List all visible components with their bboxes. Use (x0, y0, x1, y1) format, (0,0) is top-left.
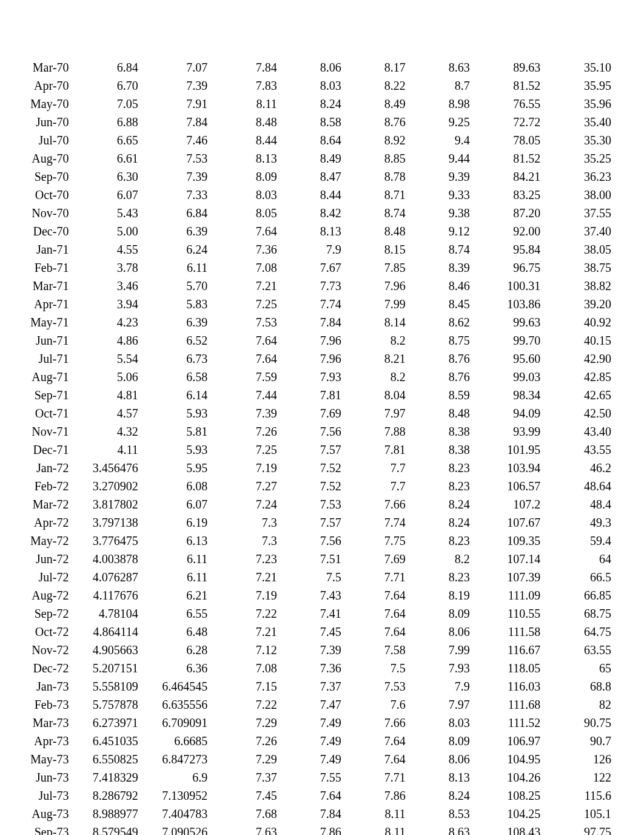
row-label: Oct-72 (13, 623, 71, 641)
cell-col5: 8.21 (344, 350, 408, 368)
table-row: Jan-735.5581096.4645457.157.377.537.9116… (13, 677, 614, 695)
cell-col5: 7.64 (344, 604, 408, 623)
row-label: May-73 (13, 750, 71, 768)
cell-col7: 87.20 (472, 204, 543, 222)
cell-col6: 8.98 (408, 95, 472, 113)
cell-col1: 8.988977 (71, 805, 140, 823)
table-row: Jul-706.657.468.448.648.929.478.0535.30 (13, 131, 614, 149)
cell-col5: 8.2 (344, 368, 408, 386)
table-row: Aug-738.9889777.4047837.687.848.118.5310… (13, 805, 614, 823)
cell-col8: 40.15 (543, 331, 614, 350)
cell-col4: 7.96 (280, 331, 344, 350)
table-row: Sep-724.781046.557.227.417.648.09110.556… (13, 604, 614, 623)
cell-col1: 8.579549 (71, 823, 140, 835)
cell-col7: 98.34 (472, 386, 543, 404)
cell-col2: 6.36 (141, 659, 210, 677)
row-label: Jul-73 (13, 786, 71, 805)
cell-col6: 8.75 (408, 331, 472, 350)
cell-col1: 6.70 (71, 76, 140, 95)
cell-col4: 7.49 (280, 732, 344, 750)
cell-col7: 104.95 (472, 750, 543, 768)
table-row: Dec-714.115.937.257.577.818.38101.9543.5… (13, 441, 614, 459)
cell-col4: 7.69 (280, 404, 344, 422)
cell-col4: 7.86 (280, 823, 344, 835)
cell-col7: 111.58 (472, 623, 543, 641)
cell-col6: 8.24 (408, 495, 472, 513)
cell-col2: 5.93 (141, 404, 210, 422)
cell-col3: 7.21 (210, 277, 279, 295)
cell-col1: 4.905663 (71, 641, 140, 659)
cell-col4: 7.84 (280, 805, 344, 823)
row-label: Dec-70 (13, 222, 71, 240)
cell-col7: 81.52 (472, 76, 543, 95)
row-label: Jun-72 (13, 550, 71, 568)
document-page: Mar-706.847.077.848.068.178.6389.6335.10… (0, 0, 644, 835)
cell-col5: 8.71 (344, 186, 408, 204)
cell-col3: 7.64 (210, 350, 279, 368)
cell-col2: 7.39 (141, 76, 210, 95)
cell-col7: 111.68 (472, 695, 543, 714)
cell-col1: 3.78 (71, 259, 140, 277)
cell-col7: 101.95 (472, 441, 543, 459)
row-label: Apr-71 (13, 295, 71, 313)
cell-col1: 3.270902 (71, 477, 140, 495)
cell-col1: 4.076287 (71, 568, 140, 586)
cell-col3: 7.64 (210, 222, 279, 240)
cell-col8: 42.50 (543, 404, 614, 422)
cell-col3: 7.23 (210, 550, 279, 568)
cell-col7: 107.2 (472, 495, 543, 513)
cell-col5: 8.78 (344, 167, 408, 186)
row-label: Feb-71 (13, 259, 71, 277)
cell-col3: 7.27 (210, 477, 279, 495)
table-row: Nov-724.9056636.287.127.397.587.99116.67… (13, 641, 614, 659)
cell-col7: 84.21 (472, 167, 543, 186)
cell-col6: 7.93 (408, 659, 472, 677)
cell-col4: 7.67 (280, 259, 344, 277)
table-row: Dec-725.2071516.367.087.367.57.93118.056… (13, 659, 614, 677)
row-label: Apr-72 (13, 513, 71, 532)
cell-col2: 7.46 (141, 131, 210, 149)
cell-col2: 6.24 (141, 240, 210, 259)
cell-col1: 6.88 (71, 113, 140, 131)
cell-col1: 6.65 (71, 131, 140, 149)
cell-col7: 103.94 (472, 459, 543, 477)
cell-col3: 7.25 (210, 441, 279, 459)
cell-col5: 7.85 (344, 259, 408, 277)
cell-col7: 107.14 (472, 550, 543, 568)
cell-col7: 76.55 (472, 95, 543, 113)
cell-col6: 8.23 (408, 532, 472, 550)
cell-col3: 7.26 (210, 422, 279, 441)
cell-col5: 8.17 (344, 58, 408, 76)
cell-col6: 8.23 (408, 477, 472, 495)
cell-col2: 6.11 (141, 568, 210, 586)
cell-col4: 7.43 (280, 586, 344, 604)
cell-col1: 5.757878 (71, 695, 140, 714)
cell-col3: 7.21 (210, 568, 279, 586)
cell-col6: 9.33 (408, 186, 472, 204)
cell-col4: 8.06 (280, 58, 344, 76)
cell-col4: 7.37 (280, 677, 344, 695)
cell-col2: 7.53 (141, 149, 210, 167)
table-row: Feb-723.2709026.087.277.527.78.23106.574… (13, 477, 614, 495)
table-row: Jun-714.866.527.647.968.28.7599.7040.15 (13, 331, 614, 350)
cell-col8: 66.5 (543, 568, 614, 586)
cell-col6: 8.06 (408, 750, 472, 768)
cell-col8: 126 (543, 750, 614, 768)
cell-col5: 7.75 (344, 532, 408, 550)
cell-col8: 46.2 (543, 459, 614, 477)
cell-col4: 7.52 (280, 477, 344, 495)
cell-col2: 6.847273 (141, 750, 210, 768)
row-label: Mar-72 (13, 495, 71, 513)
cell-col1: 3.797138 (71, 513, 140, 532)
cell-col6: 8.23 (408, 459, 472, 477)
cell-col6: 8.2 (408, 550, 472, 568)
cell-col1: 3.776475 (71, 532, 140, 550)
cell-col8: 37.40 (543, 222, 614, 240)
cell-col8: 63.55 (543, 641, 614, 659)
table-row: Feb-713.786.117.087.677.858.3996.7538.75 (13, 259, 614, 277)
row-label: Feb-73 (13, 695, 71, 714)
cell-col6: 8.46 (408, 277, 472, 295)
table-row: May-714.236.397.537.848.148.6299.6340.92 (13, 313, 614, 331)
cell-col7: 118.05 (472, 659, 543, 677)
cell-col2: 7.404783 (141, 805, 210, 823)
